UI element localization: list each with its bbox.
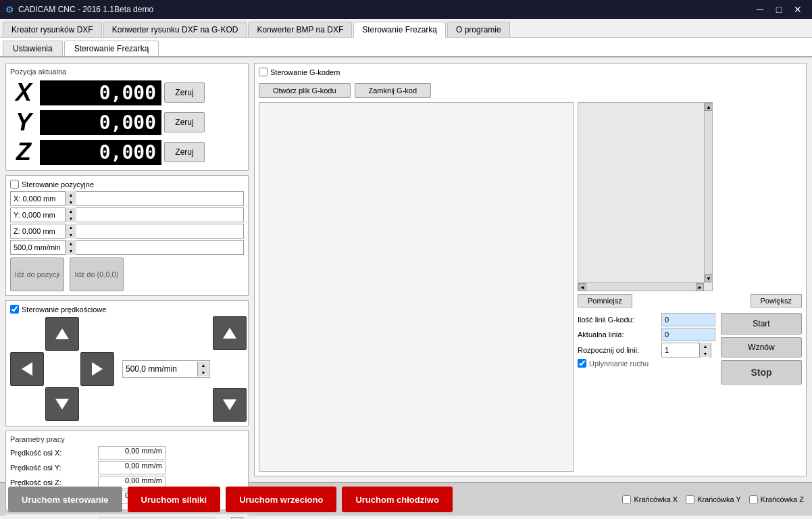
lines-row: Ilość linii G-kodu:: [578, 313, 715, 326]
limit-x-label[interactable]: Krańcówka X: [622, 495, 678, 504]
zoom-in-button[interactable]: Powiększ: [751, 294, 802, 307]
minimize-button[interactable]: ─: [751, 3, 769, 16]
speed-spinbox[interactable]: ▲ ▼: [122, 360, 210, 378]
speed-control-label[interactable]: Sterowanie prędkościowe: [10, 305, 244, 314]
gcode-textarea[interactable]: [259, 102, 574, 472]
close-gcode-button[interactable]: Zamknij G-kod: [355, 83, 432, 98]
maximize-button[interactable]: □: [770, 3, 788, 16]
preview-zoom-buttons: Pomniejsz Powiększ: [578, 294, 802, 307]
sub-tab-ustawienia[interactable]: Ustawienia: [3, 41, 63, 56]
arrow-down-button[interactable]: [45, 387, 79, 421]
speed-up-btn[interactable]: ▲: [198, 362, 209, 369]
z-zero-button[interactable]: Zeruj: [164, 142, 205, 162]
x-pos-up[interactable]: ▲: [66, 191, 76, 199]
stop-button[interactable]: Stop: [721, 360, 802, 385]
goto-position-button[interactable]: Idź do pozycji: [10, 257, 64, 291]
x-axis-label: X: [10, 78, 37, 107]
speed-pos-field[interactable]: [11, 243, 65, 251]
open-gcode-button[interactable]: Otwórz plik G-kodu: [259, 83, 351, 98]
start-spindle-button[interactable]: Uruchom wrzeciono: [226, 487, 336, 512]
scroll-up-btn[interactable]: ▲: [705, 103, 713, 111]
scroll-right-btn[interactable]: ►: [696, 283, 704, 291]
x-zero-button[interactable]: Zeruj: [164, 82, 205, 103]
x-speed-label: Prędkość osi X:: [10, 449, 98, 457]
x-pos-field[interactable]: [11, 195, 65, 203]
work-params-title: Parametry pracy: [10, 435, 244, 443]
speed-control-section: Sterowanie prędkościowe: [5, 300, 249, 426]
y-zero-button[interactable]: Zeruj: [164, 112, 205, 132]
y-pos-field[interactable]: [11, 211, 65, 219]
lines-label: Ilość linii G-kodu:: [578, 316, 659, 324]
goto-zero-button[interactable]: Idź do (0,0,0): [70, 257, 124, 291]
scroll-left-btn[interactable]: ◄: [578, 283, 586, 291]
z-down-button[interactable]: [213, 388, 247, 422]
positional-control-section: Sterowanie pozycyjne ▲ ▼ ▲ ▼: [5, 175, 249, 296]
y-pos-down[interactable]: ▼: [66, 215, 76, 222]
limit-x-checkbox[interactable]: [622, 495, 631, 504]
start-from-spinbox[interactable]: ▲ ▼: [661, 343, 711, 357]
z-pos-input[interactable]: ▲ ▼: [10, 224, 244, 239]
position-title: Pozycja aktualna: [10, 68, 244, 76]
start-from-down[interactable]: ▼: [700, 350, 711, 357]
speed-pos-input[interactable]: ▲ ▼: [10, 240, 244, 255]
close-button[interactable]: ✕: [789, 3, 807, 16]
tab-kreator[interactable]: Kreator rysunków DXF: [3, 22, 102, 37]
y-pos-up[interactable]: ▲: [66, 207, 76, 215]
arrow-right-button[interactable]: [80, 352, 114, 386]
tab-o-programie[interactable]: O programie: [447, 22, 510, 37]
gcode-checkbox[interactable]: [259, 68, 268, 76]
sub-tab-sterowanie[interactable]: Sterowanie Frezarką: [64, 41, 159, 56]
arrow-up-button[interactable]: [45, 317, 79, 351]
titlebar: ⚙ CADICAM CNC - 2016 1.1Beta demo ─ □ ✕: [0, 0, 812, 19]
limit-z-checkbox[interactable]: [749, 495, 758, 504]
renew-button[interactable]: Wznów: [721, 337, 802, 357]
x-position-row: X 0,000 Zeruj: [10, 78, 244, 107]
preview-scrollbar-v[interactable]: ▲ ▼: [704, 103, 712, 282]
position-grid: X 0,000 Zeruj Y 0,000 Zeruj Z 0,000 Zeru…: [10, 78, 244, 166]
gcode-checkbox-label[interactable]: Sterowanie G-kodem: [259, 68, 340, 76]
arrow-empty-3: [10, 387, 44, 421]
limit-y-label[interactable]: Krańcówka Y: [686, 495, 741, 504]
start-from-field[interactable]: [662, 346, 699, 354]
z-pos-field[interactable]: [11, 227, 65, 235]
start-from-row: Rozpocznij od linii: ▲ ▼: [578, 343, 715, 357]
x-pos-input[interactable]: ▲ ▼: [10, 191, 244, 206]
scroll-down-btn[interactable]: ▼: [705, 274, 713, 282]
speed-pos-up[interactable]: ▲: [66, 240, 76, 247]
tab-konwerter-bmp[interactable]: Konwerter BMP na DXF: [248, 22, 352, 37]
start-button[interactable]: Start: [721, 313, 802, 335]
limit-y-checkbox[interactable]: [686, 495, 694, 504]
z-up-button[interactable]: [213, 316, 247, 350]
arrow-empty-1: [10, 317, 44, 351]
start-from-up[interactable]: ▲: [700, 343, 711, 350]
speed-value-field[interactable]: [123, 361, 197, 377]
y-position-value: 0,000: [40, 110, 161, 135]
arrow-left-button[interactable]: [10, 352, 44, 386]
positional-control-checkbox[interactable]: [10, 180, 19, 189]
arrow-empty-2: [80, 317, 114, 351]
y-pos-input[interactable]: ▲ ▼: [10, 207, 244, 222]
tab-sterowanie[interactable]: Sterowanie Frezarką: [353, 22, 446, 38]
activate-control-button[interactable]: Uruchom sterowanie: [8, 487, 122, 512]
start-motors-button[interactable]: Uruchom silniki: [128, 487, 221, 512]
x-speed-row: Prędkość osi X: 0,00 mm/m: [10, 446, 244, 460]
smooth-checkbox[interactable]: [578, 359, 586, 368]
z-speed-label: Prędkość osi Z:: [10, 478, 98, 487]
start-coolant-button[interactable]: Uruchom chłodziwo: [342, 487, 453, 512]
smooth-check-label[interactable]: Upłynnianie ruchu: [578, 359, 715, 368]
zoom-out-button[interactable]: Pomniejsz: [578, 294, 632, 307]
speed-control-checkbox[interactable]: [10, 305, 19, 314]
tab-konwerter-dxf[interactable]: Konwerter rysunku DXF na G-KOD: [103, 22, 247, 37]
speed-pos-down[interactable]: ▼: [66, 247, 76, 255]
preview-scrollbar-h[interactable]: ◄ ►: [578, 282, 704, 291]
speed-down-btn[interactable]: ▼: [198, 369, 209, 376]
x-position-value: 0,000: [40, 80, 161, 105]
z-pos-up[interactable]: ▲: [66, 224, 76, 231]
limit-z-label[interactable]: Krańcówka Z: [749, 495, 804, 504]
bottom-bar: Uruchom sterowanie Uruchom silniki Uruch…: [0, 482, 812, 516]
positional-control-label[interactable]: Sterowanie pozycyjne: [10, 180, 244, 189]
x-pos-down[interactable]: ▼: [66, 199, 76, 206]
z-pos-down[interactable]: ▼: [66, 231, 76, 239]
arrows-container: ▲ ▼: [10, 316, 244, 422]
svg-marker-0: [55, 328, 69, 339]
